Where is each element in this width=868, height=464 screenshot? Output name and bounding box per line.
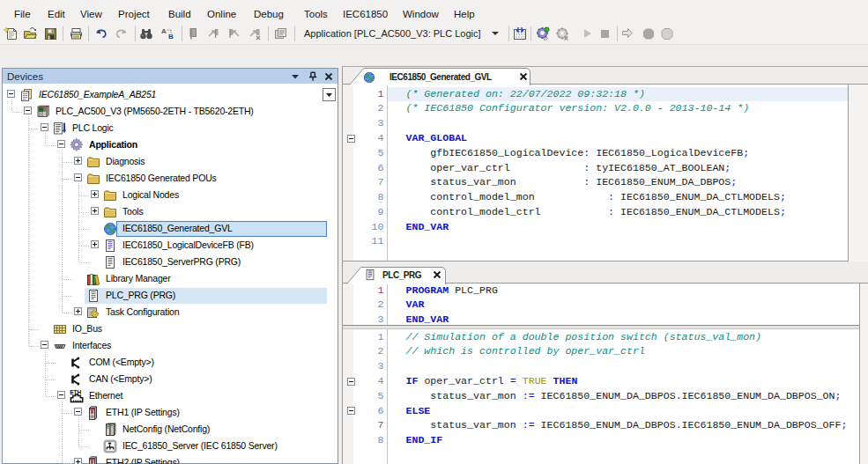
svg-text:B: B (168, 33, 174, 41)
svg-text:A: A (161, 27, 167, 35)
